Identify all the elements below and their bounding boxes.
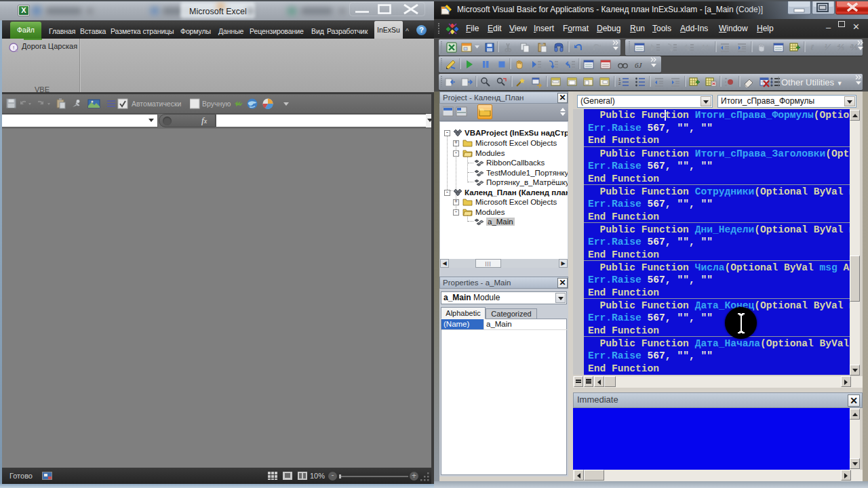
svg-text:℁: ℁ [849, 43, 858, 52]
svg-text:⅟: ⅟ [823, 43, 831, 52]
svg-text:!: ! [13, 45, 14, 51]
svg-text:2: 2 [618, 81, 621, 85]
svg-text:6J: 6J [635, 61, 643, 69]
svg-text:ℓ: ℓ [810, 43, 814, 52]
svg-text:⅘: ⅘ [836, 43, 844, 52]
svg-text:A: A [701, 44, 706, 52]
